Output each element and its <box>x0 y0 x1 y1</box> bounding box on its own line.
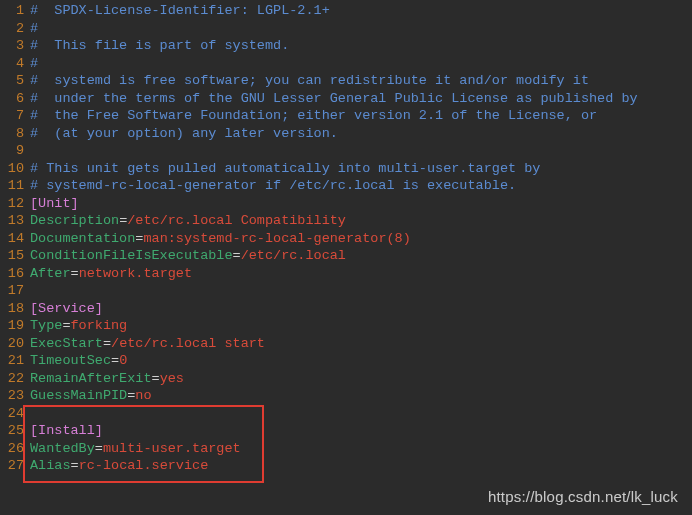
line-number: 12 <box>0 195 30 213</box>
token: [Unit] <box>30 196 79 211</box>
token: man:systemd-rc-local-generator(8) <box>143 231 410 246</box>
line-number: 11 <box>0 177 30 195</box>
code-line: 7# the Free Software Foundation; either … <box>0 107 692 125</box>
token: = <box>233 248 241 263</box>
code-line: 9 <box>0 142 692 160</box>
line-number: 7 <box>0 107 30 125</box>
code-content: # systemd-rc-local-generator if /etc/rc.… <box>30 177 692 195</box>
token: # under the terms of the GNU Lesser Gene… <box>30 91 638 106</box>
code-content: # <box>30 55 692 73</box>
token: # (at your option) any later version. <box>30 126 338 141</box>
token: # systemd-rc-local-generator if /etc/rc.… <box>30 178 516 193</box>
token: network.target <box>79 266 192 281</box>
token: WantedBy <box>30 441 95 456</box>
code-line: 2# <box>0 20 692 38</box>
token: # <box>30 21 38 36</box>
code-content: [Unit] <box>30 195 692 213</box>
code-line: 24 <box>0 405 692 423</box>
code-content: ConditionFileIsExecutable=/etc/rc.local <box>30 247 692 265</box>
token: /etc/rc.local <box>241 248 346 263</box>
code-line: 22RemainAfterExit=yes <box>0 370 692 388</box>
token: forking <box>71 318 128 333</box>
code-content: # under the terms of the GNU Lesser Gene… <box>30 90 692 108</box>
token: TimeoutSec <box>30 353 111 368</box>
token: After <box>30 266 71 281</box>
line-number: 25 <box>0 422 30 440</box>
code-content: # the Free Software Foundation; either v… <box>30 107 692 125</box>
line-number: 2 <box>0 20 30 38</box>
code-line: 18[Service] <box>0 300 692 318</box>
code-content: # (at your option) any later version. <box>30 125 692 143</box>
token: ConditionFileIsExecutable <box>30 248 233 263</box>
line-number: 23 <box>0 387 30 405</box>
token: = <box>71 458 79 473</box>
code-line: 23GuessMainPID=no <box>0 387 692 405</box>
line-number: 22 <box>0 370 30 388</box>
code-content: GuessMainPID=no <box>30 387 692 405</box>
token: 0 <box>119 353 127 368</box>
code-content: # This file is part of systemd. <box>30 37 692 55</box>
code-content: # This unit gets pulled automatically in… <box>30 160 692 178</box>
token: /etc/rc.local start <box>111 336 265 351</box>
code-line: 1# SPDX-License-Identifier: LGPL-2.1+ <box>0 2 692 20</box>
token: = <box>71 266 79 281</box>
code-content: # <box>30 20 692 38</box>
code-content: Description=/etc/rc.local Compatibility <box>30 212 692 230</box>
line-number: 3 <box>0 37 30 55</box>
line-number: 5 <box>0 72 30 90</box>
code-line: 3# This file is part of systemd. <box>0 37 692 55</box>
line-number: 9 <box>0 142 30 160</box>
token: RemainAfterExit <box>30 371 152 386</box>
token: # <box>30 56 38 71</box>
line-number: 1 <box>0 2 30 20</box>
token: = <box>62 318 70 333</box>
code-content: # SPDX-License-Identifier: LGPL-2.1+ <box>30 2 692 20</box>
code-line: 21TimeoutSec=0 <box>0 352 692 370</box>
code-content <box>30 282 692 300</box>
code-line: 8# (at your option) any later version. <box>0 125 692 143</box>
code-line: 4# <box>0 55 692 73</box>
code-content: [Service] <box>30 300 692 318</box>
code-line: 19Type=forking <box>0 317 692 335</box>
token: [Install] <box>30 423 103 438</box>
token: # systemd is free software; you can redi… <box>30 73 589 88</box>
line-number: 6 <box>0 90 30 108</box>
token: [Service] <box>30 301 103 316</box>
line-number: 21 <box>0 352 30 370</box>
code-line: 6# under the terms of the GNU Lesser Gen… <box>0 90 692 108</box>
code-line: 5# systemd is free software; you can red… <box>0 72 692 90</box>
code-line: 27Alias=rc-local.service <box>0 457 692 475</box>
code-content: ExecStart=/etc/rc.local start <box>30 335 692 353</box>
code-line: 25[Install] <box>0 422 692 440</box>
line-number: 16 <box>0 265 30 283</box>
token: # the Free Software Foundation; either v… <box>30 108 597 123</box>
token: /etc/rc.local Compatibility <box>127 213 346 228</box>
watermark-text: https://blog.csdn.net/lk_luck <box>488 488 678 506</box>
code-line: 16After=network.target <box>0 265 692 283</box>
code-editor: 1# SPDX-License-Identifier: LGPL-2.1+2#3… <box>0 0 692 477</box>
code-content: # systemd is free software; you can redi… <box>30 72 692 90</box>
token: # This file is part of systemd. <box>30 38 289 53</box>
code-content: Type=forking <box>30 317 692 335</box>
code-content <box>30 142 692 160</box>
code-line: 26WantedBy=multi-user.target <box>0 440 692 458</box>
line-number: 19 <box>0 317 30 335</box>
token: = <box>152 371 160 386</box>
code-line: 12[Unit] <box>0 195 692 213</box>
line-number: 17 <box>0 282 30 300</box>
token: rc-local.service <box>79 458 209 473</box>
code-content: After=network.target <box>30 265 692 283</box>
line-number: 10 <box>0 160 30 178</box>
token: Documentation <box>30 231 135 246</box>
line-number: 13 <box>0 212 30 230</box>
token: # This unit gets pulled automatically in… <box>30 161 540 176</box>
code-line: 13Description=/etc/rc.local Compatibilit… <box>0 212 692 230</box>
token: GuessMainPID <box>30 388 127 403</box>
token: = <box>103 336 111 351</box>
code-content: RemainAfterExit=yes <box>30 370 692 388</box>
code-content: [Install] <box>30 422 692 440</box>
token: no <box>135 388 151 403</box>
code-content: TimeoutSec=0 <box>30 352 692 370</box>
token: Description <box>30 213 119 228</box>
line-number: 18 <box>0 300 30 318</box>
